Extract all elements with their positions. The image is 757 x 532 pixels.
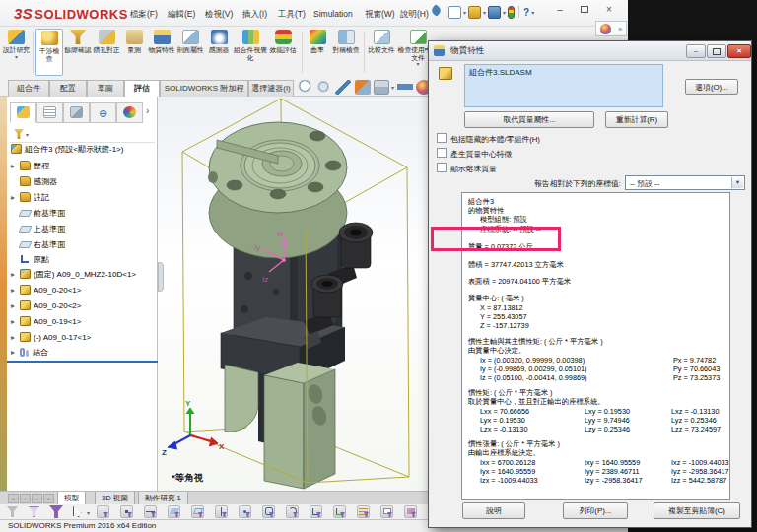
tab-dimxpertmanager[interactable]: ⊕: [90, 102, 116, 123]
doctab-nav-last[interactable]: »: [43, 494, 54, 503]
doctab-nav-first[interactable]: «: [8, 494, 19, 503]
tree-item-right-plane[interactable]: 右基準面: [20, 237, 65, 251]
filter-axes-icon[interactable]: [215, 505, 228, 518]
expand-arrow-icon[interactable]: ▸: [11, 333, 20, 342]
design-study-button[interactable]: 設計研究▾: [2, 29, 31, 76]
tab-propertymanager[interactable]: [36, 102, 63, 123]
create-com-feature-checkbox[interactable]: [437, 148, 447, 158]
tab-displaymanager[interactable]: [116, 102, 143, 123]
doctab-model[interactable]: 模型: [57, 492, 86, 505]
dropdown-arrow-icon[interactable]: ▼: [731, 177, 743, 188]
mass-properties-button[interactable]: 物質特性: [148, 29, 175, 76]
app-maximize-button[interactable]: [575, 3, 594, 17]
tab-evaluate[interactable]: 評估: [124, 80, 160, 97]
panel-flyout-arrow[interactable]: ›: [146, 105, 149, 116]
tab-addins[interactable]: SOLIDWORKS 附加程式: [160, 80, 248, 97]
menu-tools[interactable]: 工具(T): [274, 7, 310, 23]
coordinate-system-dropdown[interactable]: -- 預設 -- ▼: [625, 175, 745, 190]
filter-faces-icon[interactable]: [168, 505, 180, 518]
menu-insert[interactable]: 插入(I): [239, 7, 271, 23]
doctab-nav-prev[interactable]: ‹: [20, 494, 31, 503]
menu-edit[interactable]: 編輯(E): [164, 7, 199, 23]
section-properties-button[interactable]: 剖面屬性: [176, 29, 204, 76]
compare-documents-button[interactable]: 比較文件: [367, 29, 396, 76]
filter-vertices-icon[interactable]: [120, 505, 133, 518]
override-mass-properties-button[interactable]: 取代質量屬性...: [464, 111, 594, 128]
menu-simulation[interactable]: Simulation: [310, 7, 357, 21]
save-caret-icon[interactable]: ▾: [503, 9, 506, 16]
tab-selection-filter[interactable]: 選擇濾器(I): [248, 80, 294, 97]
doctab-motion-study[interactable]: 動作研究 1: [138, 492, 188, 505]
dialog-title-bar[interactable]: 物質特性 – ×: [429, 41, 751, 61]
section-view-icon[interactable]: [355, 80, 371, 95]
tab-configurationmanager[interactable]: [63, 102, 90, 123]
save-icon[interactable]: [488, 6, 501, 19]
tab-featuremanager[interactable]: [10, 102, 36, 123]
interference-detection-button[interactable]: 干涉檢查: [35, 29, 63, 76]
expand-arrow-icon[interactable]: ▸: [11, 301, 20, 310]
display-style-caret-icon[interactable]: ▾: [391, 85, 394, 91]
menu-file[interactable]: 檔案(F): [126, 7, 162, 23]
expand-arrow-icon[interactable]: ▸: [11, 286, 20, 295]
expand-arrow-icon[interactable]: ▸: [11, 317, 20, 326]
tree-item-top-plane[interactable]: 上基準面: [20, 222, 65, 235]
new-caret-icon[interactable]: ▾: [463, 9, 466, 16]
tree-item-component-a09-19[interactable]: ▸A09_0-19<1>: [11, 314, 82, 328]
open-document-icon[interactable]: [468, 6, 481, 19]
filter-toggle-icon[interactable]: [28, 505, 40, 518]
symmetry-check-button[interactable]: 對稱檢查: [331, 29, 361, 76]
performance-evaluation-button[interactable]: 效能評估: [268, 29, 298, 76]
display-style-icon[interactable]: [374, 80, 389, 95]
menu-help[interactable]: 說明(H): [396, 7, 433, 23]
tree-item-front-plane[interactable]: 前基準面: [20, 206, 65, 220]
lasso-select-icon[interactable]: [97, 505, 109, 518]
tree-filter-caret-icon[interactable]: ▾: [26, 131, 29, 138]
print-button[interactable]: 列印(P)...: [563, 502, 628, 519]
open-caret-icon[interactable]: ▾: [483, 9, 486, 16]
expand-arrow-icon[interactable]: ▸: [11, 270, 20, 279]
tree-item-component-a09-20-2[interactable]: ▸A09_0-20<2>: [11, 299, 82, 312]
help-button[interactable]: 說明: [462, 502, 525, 519]
filter-arcs-icon[interactable]: [286, 505, 299, 518]
measure-button[interactable]: 量測: [121, 29, 147, 76]
filter-sketch-icon[interactable]: [262, 505, 275, 518]
app-close-button[interactable]: ×: [599, 3, 619, 17]
appearances-ball-icon[interactable]: [600, 24, 611, 34]
tree-root-assembly[interactable]: 組合件3 (預設<顯示狀態-1>): [11, 142, 123, 156]
show-weld-bead-mass-checkbox[interactable]: [437, 163, 447, 172]
hide-show-items-icon[interactable]: [397, 80, 413, 95]
select-caret-icon[interactable]: ▾: [87, 509, 90, 516]
previous-view-icon[interactable]: [335, 80, 351, 95]
options-traffic-light-icon[interactable]: [508, 6, 515, 19]
doctab-3d-views[interactable]: 3D 視圖: [95, 492, 135, 505]
include-hidden-checkbox[interactable]: [437, 133, 447, 143]
filter-origins-icon[interactable]: [333, 505, 346, 518]
recalculate-button[interactable]: 重新計算(R): [605, 111, 668, 128]
zoom-to-area-icon[interactable]: [316, 80, 332, 95]
tree-item-origin[interactable]: 原點: [20, 252, 49, 266]
tree-item-mates[interactable]: ▸結合: [11, 345, 48, 359]
help-icon[interactable]: ?: [523, 7, 529, 18]
rollback-bar[interactable]: [7, 361, 158, 363]
selected-items-box[interactable]: 組合件3.SLDASM: [464, 64, 663, 107]
hole-alignment-button[interactable]: 鑽孔對正: [93, 29, 120, 76]
panel-splitter-handle[interactable]: [158, 262, 164, 292]
tree-item-component-a09-17[interactable]: ▸(-) A09_0-17<1>: [11, 330, 91, 344]
tree-item-annotations[interactable]: ▸註記: [11, 190, 49, 204]
expand-arrow-icon[interactable]: ▸: [11, 193, 20, 202]
curvature-button[interactable]: 曲率: [305, 29, 330, 76]
expand-task-pane-icon[interactable]: »: [618, 25, 622, 33]
tree-filter-funnel-icon[interactable]: [14, 129, 24, 139]
dialog-minimize-button[interactable]: –: [686, 44, 706, 58]
expand-arrow-icon[interactable]: ▸: [11, 162, 20, 170]
select-arrow-icon[interactable]: [71, 505, 84, 518]
copy-to-clipboard-button[interactable]: 複製至剪貼簿(C): [654, 502, 740, 519]
new-document-icon[interactable]: [448, 6, 461, 19]
filter-dimensions-icon[interactable]: [357, 505, 370, 518]
clearance-verification-button[interactable]: 餘隙確認: [64, 29, 92, 76]
sensor-button[interactable]: 感測器: [205, 29, 233, 76]
assembly-visualization-button[interactable]: 組合件視覺化: [234, 29, 267, 76]
help-caret-icon[interactable]: ▾: [531, 9, 534, 16]
tab-sketch[interactable]: 草圖: [87, 80, 124, 97]
tree-item-history[interactable]: ▸歷程: [11, 159, 49, 172]
